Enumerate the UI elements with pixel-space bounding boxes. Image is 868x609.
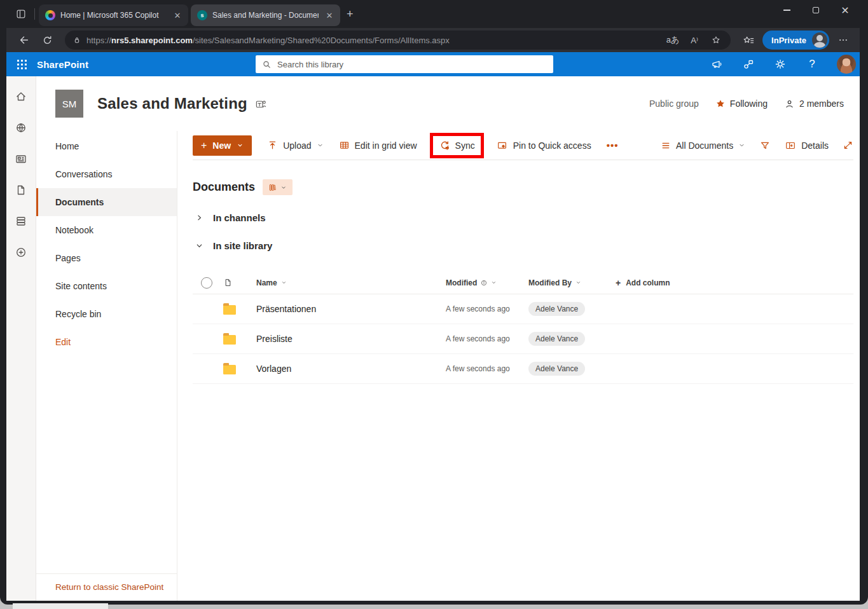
account-avatar[interactable] bbox=[837, 55, 856, 74]
documents-table: Name Modified Modified By bbox=[193, 271, 853, 384]
select-all-checkbox[interactable] bbox=[201, 277, 212, 289]
file-type-column-icon[interactable] bbox=[223, 278, 233, 287]
library-search-box[interactable] bbox=[256, 55, 553, 73]
back-icon[interactable] bbox=[15, 31, 33, 49]
browser-menu-icon[interactable] bbox=[834, 31, 852, 49]
plus-icon: + bbox=[616, 278, 621, 288]
nav-item-conversations[interactable]: Conversations bbox=[36, 160, 177, 188]
table-row[interactable]: Preisliste A few seconds ago Adele Vance bbox=[193, 324, 853, 354]
read-aloud-icon[interactable]: A⁾ bbox=[686, 32, 703, 48]
table-header: Name Modified Modified By bbox=[193, 271, 853, 294]
new-tab-button[interactable]: + bbox=[347, 8, 354, 21]
site-title[interactable]: Sales and Marketing bbox=[97, 95, 247, 113]
edit-grid-view-button[interactable]: Edit in grid view bbox=[339, 140, 417, 151]
table-row[interactable]: Vorlagen A few seconds ago Adele Vance bbox=[193, 354, 853, 384]
expand-arrows-icon bbox=[843, 140, 853, 151]
details-pane-icon bbox=[785, 140, 796, 151]
upload-button[interactable]: Upload bbox=[267, 140, 323, 151]
modified-value: A few seconds ago bbox=[431, 304, 513, 313]
sharepoint-brand[interactable]: SharePoint bbox=[37, 59, 88, 70]
chevron-down-icon bbox=[280, 184, 287, 191]
libraries-icon[interactable] bbox=[15, 215, 27, 228]
column-header-modified-by[interactable]: Modified By bbox=[513, 278, 600, 287]
new-button[interactable]: + New bbox=[193, 135, 252, 156]
teams-icon bbox=[255, 98, 267, 110]
chevron-down-icon bbox=[237, 142, 244, 149]
column-header-modified[interactable]: Modified bbox=[431, 278, 513, 287]
modified-by-badge[interactable]: Adele Vance bbox=[528, 302, 585, 316]
url-text: https://nrs5.sharepoint.com/sites/Salesa… bbox=[86, 36, 659, 45]
modified-by-badge[interactable]: Adele Vance bbox=[528, 332, 585, 346]
nav-item-recycle-bin[interactable]: Recycle bin bbox=[36, 300, 177, 328]
grid-icon bbox=[339, 140, 350, 151]
my-sites-globe-icon[interactable] bbox=[15, 121, 27, 134]
nav-item-home[interactable]: Home bbox=[36, 132, 177, 160]
sync-button[interactable]: Sync bbox=[439, 140, 475, 151]
help-icon[interactable]: ? bbox=[805, 57, 819, 71]
library-views-button[interactable] bbox=[263, 179, 293, 195]
modified-by-badge[interactable]: Adele Vance bbox=[528, 362, 585, 376]
details-pane-button[interactable]: Details bbox=[785, 140, 829, 151]
site-logo[interactable]: SM bbox=[55, 90, 83, 118]
folder-name: Präsentationen bbox=[256, 304, 316, 314]
column-header-name[interactable]: Name bbox=[241, 278, 431, 287]
search-input[interactable] bbox=[277, 60, 547, 69]
add-column-button[interactable]: + Add column bbox=[600, 278, 853, 288]
favorites-hub-icon[interactable] bbox=[740, 31, 757, 49]
site-navigation: Home Conversations Documents Notebook Pa… bbox=[36, 131, 177, 601]
view-selector-button[interactable]: All Documents bbox=[661, 140, 745, 151]
section-in-channels[interactable]: In channels bbox=[193, 212, 853, 223]
expand-button[interactable] bbox=[843, 140, 853, 151]
following-button[interactable]: Following bbox=[715, 99, 768, 109]
home-icon[interactable] bbox=[15, 90, 27, 103]
refresh-icon[interactable] bbox=[38, 31, 56, 49]
maximize-button[interactable] bbox=[801, 0, 830, 20]
address-bar[interactable]: https://nrs5.sharepoint.com/sites/Salesa… bbox=[65, 31, 731, 50]
create-plus-icon[interactable] bbox=[15, 246, 27, 259]
settings-gear-icon[interactable] bbox=[773, 57, 787, 71]
section-in-site-library[interactable]: In site library bbox=[193, 240, 853, 251]
nav-item-site-contents[interactable]: Site contents bbox=[36, 272, 177, 300]
chevron-right-icon bbox=[195, 214, 203, 222]
tab-close-icon[interactable]: ✕ bbox=[324, 10, 335, 21]
sync-highlight-box: Sync bbox=[430, 133, 484, 158]
privacy-label: Public group bbox=[649, 99, 699, 109]
command-bar: + New Upload Edit in g bbox=[193, 131, 853, 160]
modified-value: A few seconds ago bbox=[431, 364, 513, 373]
my-files-icon[interactable] bbox=[15, 184, 27, 196]
chevron-down-icon bbox=[575, 280, 581, 285]
more-commands-button[interactable]: ••• bbox=[607, 140, 619, 151]
profile-icon bbox=[812, 32, 827, 48]
pin-quick-access-button[interactable]: Pin to Quick access bbox=[497, 140, 591, 151]
nav-item-notebook[interactable]: Notebook bbox=[36, 216, 177, 244]
lock-icon bbox=[72, 36, 81, 44]
folder-name: Preisliste bbox=[256, 334, 293, 344]
org-explorer-icon[interactable] bbox=[741, 57, 755, 71]
favorite-star-icon[interactable] bbox=[708, 32, 724, 48]
tab-close-icon[interactable]: ✕ bbox=[172, 10, 183, 21]
tab-workspaces-icon[interactable] bbox=[11, 4, 31, 24]
chevron-down-icon bbox=[281, 280, 287, 285]
nav-item-pages[interactable]: Pages bbox=[36, 244, 177, 272]
nav-item-documents[interactable]: Documents bbox=[36, 188, 177, 216]
filter-button[interactable] bbox=[759, 140, 771, 151]
inprivate-label: InPrivate bbox=[771, 36, 806, 45]
window-controls: ✕ bbox=[772, 0, 860, 28]
tabbar-divider bbox=[34, 8, 35, 20]
app-launcher-icon[interactable] bbox=[6, 52, 37, 76]
nav-item-edit[interactable]: Edit bbox=[36, 328, 177, 356]
announcements-megaphone-icon[interactable] bbox=[710, 57, 724, 71]
chevron-down-icon bbox=[317, 142, 324, 149]
tab-title: Sales and Marketing - Documents bbox=[212, 11, 319, 20]
table-row[interactable]: Präsentationen A few seconds ago Adele V… bbox=[193, 294, 853, 324]
minimize-button[interactable] bbox=[772, 0, 801, 20]
news-icon[interactable] bbox=[15, 153, 27, 165]
members-button[interactable]: 2 members bbox=[784, 99, 844, 109]
close-button[interactable]: ✕ bbox=[830, 0, 860, 20]
tab-sharepoint-documents[interactable]: s Sales and Marketing - Documents ✕ bbox=[191, 4, 340, 26]
tab-copilot[interactable]: Home | Microsoft 365 Copilot ✕ bbox=[39, 4, 188, 26]
inprivate-badge[interactable]: InPrivate bbox=[762, 31, 829, 50]
translate-icon[interactable]: aあ bbox=[665, 32, 681, 48]
view-lines-icon bbox=[661, 140, 671, 151]
return-classic-link[interactable]: Return to classic SharePoint bbox=[36, 573, 177, 601]
